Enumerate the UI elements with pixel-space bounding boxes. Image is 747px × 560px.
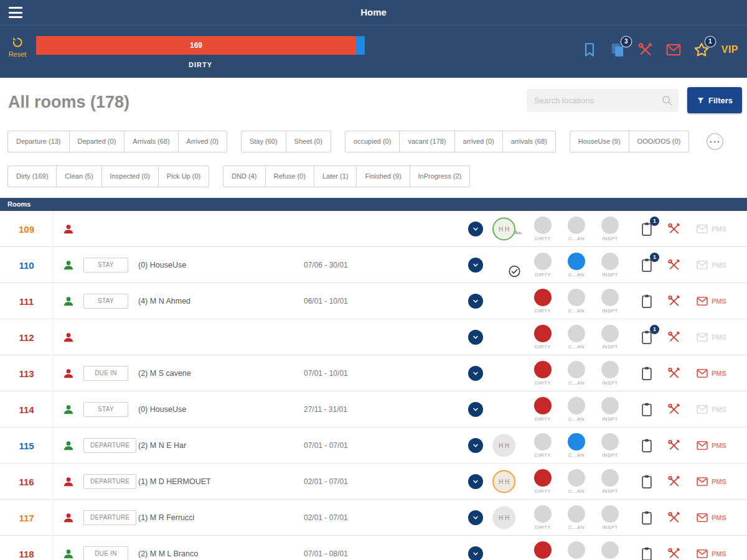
- table-row[interactable]: 113 DUE IN (2) M S cavene 07/01 - 10/01 …: [0, 355, 747, 391]
- tasks-button[interactable]: [640, 474, 654, 490]
- maintenance-button[interactable]: [667, 222, 681, 236]
- dirty-status-button[interactable]: DIRTY: [529, 217, 557, 241]
- tasks-button[interactable]: [640, 546, 654, 560]
- maintenance-button[interactable]: [667, 258, 681, 272]
- tasks-button[interactable]: [640, 510, 654, 526]
- expand-row-button[interactable]: [468, 330, 483, 345]
- inspect-status-button[interactable]: INSPT: [596, 217, 624, 241]
- filter-chip[interactable]: Departure (13): [7, 131, 70, 152]
- tasks-button[interactable]: 1: [640, 221, 654, 237]
- dirty-status-button[interactable]: DIRTY: [529, 505, 557, 530]
- reset-button[interactable]: Reset: [6, 35, 29, 58]
- filter-chip[interactable]: Clean (5): [56, 166, 101, 187]
- maintenance-button[interactable]: [667, 475, 681, 488]
- inspect-status-button[interactable]: INSPT: [596, 541, 624, 560]
- dirty-status-button[interactable]: DIRTY: [529, 361, 557, 386]
- pms-message-button[interactable]: PMS: [696, 367, 726, 380]
- inspect-status-button[interactable]: INSPT: [596, 505, 624, 530]
- tasks-button[interactable]: 1: [640, 329, 654, 345]
- filter-chip[interactable]: occupied (0): [345, 131, 400, 152]
- maintenance-button[interactable]: [667, 330, 681, 344]
- filter-chip[interactable]: Later (1): [314, 166, 357, 187]
- inspect-status-button[interactable]: INSPT: [596, 289, 624, 314]
- clean-status-button[interactable]: C...AN: [563, 217, 590, 241]
- room-number[interactable]: 118: [0, 548, 53, 559]
- inspect-status-button[interactable]: INSPT: [596, 253, 624, 278]
- pms-message-button[interactable]: PMS: [696, 403, 726, 416]
- maintenance-button[interactable]: [667, 511, 681, 525]
- pms-message-button[interactable]: PMS: [696, 223, 726, 235]
- filter-chip[interactable]: Sheet (0): [286, 131, 331, 152]
- tasks-button[interactable]: [640, 365, 654, 381]
- table-row[interactable]: 116 DEPARTURE (1) M D HERMOUET 02/01 - 0…: [0, 464, 747, 500]
- documents-icon[interactable]: 3: [609, 42, 626, 58]
- inspect-status-button[interactable]: INSPT: [596, 397, 624, 422]
- tasks-button[interactable]: [640, 293, 654, 309]
- dirty-status-button[interactable]: DIRTY: [529, 469, 557, 494]
- pms-message-button[interactable]: PMS: [696, 331, 726, 343]
- table-row[interactable]: 112 DIRTY C...AN: [0, 319, 747, 355]
- room-number[interactable]: 117: [0, 512, 53, 523]
- dirty-status-button[interactable]: DIRTY: [529, 289, 557, 314]
- clean-status-button[interactable]: C...AN: [563, 289, 590, 314]
- table-row[interactable]: 110 STAY (0) HouseUse 07/06 - 30/01 DIRT…: [0, 247, 747, 283]
- inspect-status-button[interactable]: INSPT: [596, 469, 624, 494]
- inspect-status-button[interactable]: INSPT: [596, 325, 624, 350]
- room-number[interactable]: 109: [0, 223, 53, 234]
- filter-chip[interactable]: DND (4): [223, 166, 265, 187]
- filter-chip[interactable]: Arrivals (68): [124, 131, 178, 152]
- table-row[interactable]: 114 STAY (0) HouseUse 27/11 - 31/01 DIRT…: [0, 391, 747, 427]
- room-number[interactable]: 112: [0, 332, 53, 342]
- housekeeper-badge[interactable]: H H: [492, 506, 515, 529]
- filter-chip[interactable]: Refuse (0): [265, 166, 314, 187]
- tasks-button[interactable]: 1: [640, 257, 654, 273]
- filter-chip[interactable]: arrived (0): [454, 131, 503, 152]
- dirty-status-button[interactable]: DIRTY: [529, 433, 557, 458]
- dirty-status-button[interactable]: DIRTY: [529, 325, 557, 350]
- pms-message-button[interactable]: PMS: [696, 295, 726, 307]
- housekeeper-badge[interactable]: H H: [492, 217, 515, 240]
- room-number[interactable]: 114: [0, 404, 53, 414]
- dirty-status-button[interactable]: DIRTY: [529, 253, 557, 278]
- expand-row-button[interactable]: [468, 222, 483, 236]
- expand-row-button[interactable]: [468, 366, 483, 381]
- table-row[interactable]: 117 DEPARTURE (1) M R Ferrucci 02/01 - 0…: [0, 500, 747, 536]
- dirty-status-button[interactable]: DIRTY: [529, 541, 557, 560]
- pms-message-button[interactable]: PMS: [696, 259, 726, 271]
- filter-chip[interactable]: Pick Up (0): [158, 166, 209, 187]
- bookmark-icon[interactable]: [581, 42, 598, 58]
- inspect-status-button[interactable]: INSPT: [596, 361, 624, 386]
- pms-message-button[interactable]: PMS: [696, 475, 726, 488]
- table-row[interactable]: 118 DUE IN (2) M M L Branco 07/01 - 08/0…: [0, 536, 747, 560]
- table-row[interactable]: 115 DEPARTURE (2) M N E Har 07/01 - 07/0…: [0, 427, 747, 464]
- maintenance-icon[interactable]: [637, 42, 654, 58]
- pms-message-button[interactable]: PMS: [696, 439, 726, 452]
- maintenance-button[interactable]: [667, 403, 681, 416]
- maintenance-button[interactable]: [667, 366, 681, 380]
- pms-message-button[interactable]: PMS: [696, 548, 726, 560]
- maintenance-button[interactable]: [667, 547, 681, 560]
- housekeeper-badge[interactable]: H H: [492, 434, 515, 457]
- room-number[interactable]: 116: [0, 476, 53, 487]
- filter-chip[interactable]: Finished (9): [356, 166, 410, 187]
- expand-row-button[interactable]: [468, 402, 483, 417]
- clean-status-button[interactable]: C...AN: [563, 505, 590, 530]
- filter-chip[interactable]: vacant (178): [399, 131, 454, 152]
- filter-chip[interactable]: OOO/OOS (0): [629, 131, 690, 152]
- filter-chip[interactable]: InProgress (2): [410, 166, 471, 187]
- message-icon[interactable]: [665, 42, 682, 58]
- expand-row-button[interactable]: [468, 474, 483, 489]
- filter-chip[interactable]: Inspected (0): [101, 166, 159, 187]
- tasks-button[interactable]: [640, 401, 654, 418]
- expand-row-button[interactable]: [468, 258, 483, 273]
- dirty-progress-bar[interactable]: 169: [36, 36, 365, 55]
- clean-status-button[interactable]: C...AN: [563, 361, 590, 386]
- table-row[interactable]: 111 STAY (4) M N Ahmed 06/01 - 10/01 DIR…: [0, 283, 747, 319]
- inspect-status-button[interactable]: INSPT: [596, 433, 624, 458]
- expand-row-button[interactable]: [468, 294, 483, 309]
- clean-status-button[interactable]: C...AN: [563, 253, 590, 278]
- housekeeper-badge[interactable]: H H: [492, 470, 515, 493]
- clean-status-button[interactable]: C...AN: [563, 541, 590, 560]
- tasks-button[interactable]: [640, 437, 654, 454]
- maintenance-button[interactable]: [667, 294, 681, 308]
